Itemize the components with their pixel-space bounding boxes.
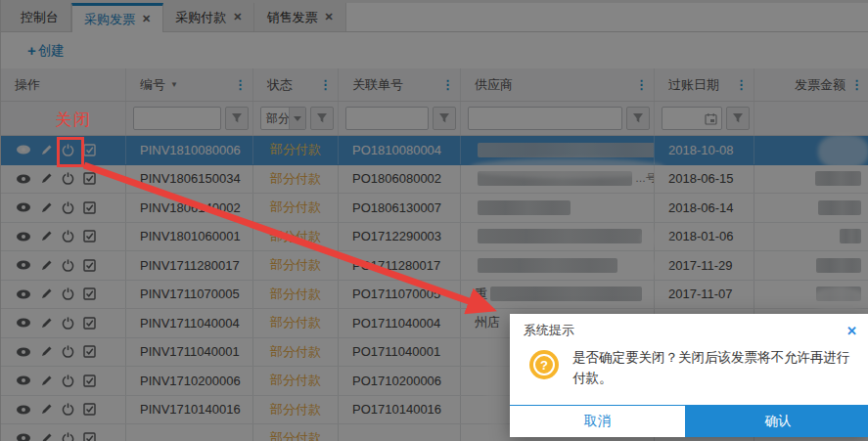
dialog-body: ? 是否确定要关闭？关闭后该发票将不允许再进行付款。 [510, 341, 868, 405]
question-icon: ? [529, 350, 559, 379]
confirm-button[interactable]: 确认 [685, 406, 868, 437]
dialog-message: 是否确定要关闭？关闭后该发票将不允许再进行付款。 [572, 347, 861, 405]
dialog-header: 系统提示 ✕ [510, 314, 868, 341]
dialog-footer: 取消 确认 [510, 405, 868, 437]
dialog-close-icon[interactable]: ✕ [846, 324, 857, 338]
dialog-title: 系统提示 [524, 322, 574, 339]
cancel-button[interactable]: 取消 [510, 406, 685, 437]
close-annotation-box [57, 137, 84, 167]
close-annotation-label: 关闭 [55, 109, 92, 131]
confirm-dialog: 系统提示 ✕ ? 是否确定要关闭？关闭后该发票将不允许再进行付款。 取消 确认 [510, 314, 868, 437]
